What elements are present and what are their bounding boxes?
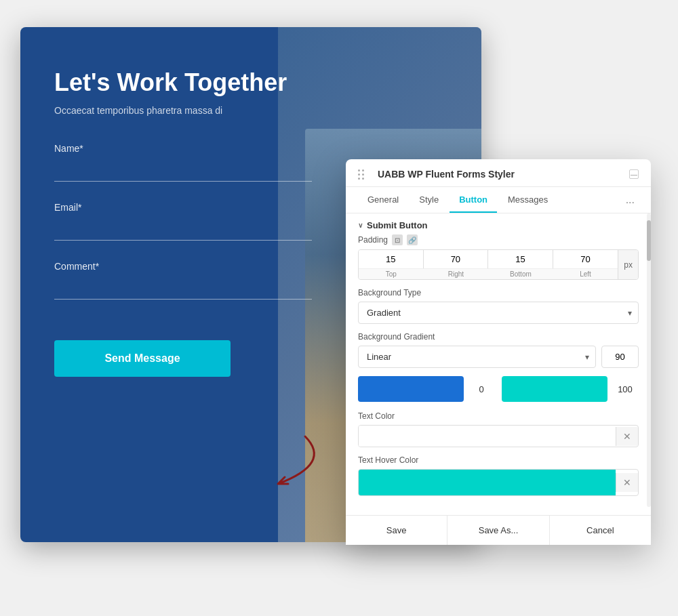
color-stop-1: 0 <box>358 376 495 402</box>
gradient-type-select[interactable]: Linear Radial <box>358 346 596 368</box>
tab-messages[interactable]: Messages <box>498 188 557 213</box>
panel-title: UABB WP Fluent Forms Styler <box>378 169 629 180</box>
panel-scrollbar[interactable] <box>647 213 651 507</box>
desktop-icon[interactable]: ⊡ <box>392 234 403 245</box>
form-subtitle: Occaecat temporibus pharetra massa di <box>54 105 447 116</box>
padding-right-group: Right <box>424 250 489 279</box>
save-as-button[interactable]: Save As... <box>447 516 549 545</box>
email-input[interactable] <box>54 218 312 241</box>
drag-dot <box>362 178 364 180</box>
color-stop-2-value: 100 <box>612 384 639 394</box>
minimize-icon: — <box>631 171 637 178</box>
padding-left-group: Left <box>553 250 618 279</box>
section-submit-button[interactable]: ∨ Submit Button <box>358 213 639 234</box>
padding-top-label: Top <box>359 268 424 279</box>
tab-general[interactable]: General <box>358 188 408 213</box>
padding-bottom-group: Bottom <box>488 250 553 279</box>
tab-style[interactable]: Style <box>410 188 448 213</box>
padding-unit: px <box>618 250 638 279</box>
background-type-select[interactable]: Gradient None Color <box>358 302 639 324</box>
panel-body: ∨ Submit Button Padding ⊡ 🔗 Top Right <box>346 213 651 515</box>
background-type-select-wrapper: Gradient None Color <box>358 302 639 324</box>
submit-button[interactable]: Send Message <box>54 340 231 377</box>
color-swatch-blue[interactable] <box>358 376 464 402</box>
panel-scrollbar-thumb <box>647 220 651 261</box>
section-chevron-icon: ∨ <box>358 222 363 229</box>
padding-bottom-input[interactable] <box>488 250 553 268</box>
name-input[interactable] <box>54 159 312 182</box>
padding-bottom-label: Bottom <box>488 268 553 279</box>
text-color-input-row: ✕ <box>358 425 639 447</box>
panel-header: UABB WP Fluent Forms Styler — <box>346 159 651 187</box>
background-gradient-label: Background Gradient <box>358 332 639 342</box>
tab-button[interactable]: Button <box>450 188 497 213</box>
gradient-row: Linear Radial <box>358 346 639 368</box>
arrow-decoration <box>251 430 353 497</box>
panel-tabs: General Style Button Messages ... <box>346 187 651 213</box>
drag-dot <box>358 178 360 180</box>
text-color-clear-button[interactable]: ✕ <box>616 427 638 446</box>
gradient-angle-input[interactable] <box>601 346 639 368</box>
color-swatch-cyan[interactable] <box>502 376 607 402</box>
link-icon[interactable]: 🔗 <box>407 234 418 245</box>
comment-input[interactable] <box>54 277 312 300</box>
text-hover-color-field: Text Hover Color ✕ <box>358 455 639 496</box>
section-title: Submit Button <box>367 220 428 230</box>
settings-panel: UABB WP Fluent Forms Styler — General St… <box>346 159 651 545</box>
padding-top-group: Top <box>359 250 424 279</box>
tab-more[interactable]: ... <box>622 187 639 213</box>
text-hover-color-label: Text Hover Color <box>358 455 639 465</box>
background-type-field: Background Type Gradient None Color <box>358 288 639 324</box>
padding-left-label: Left <box>553 268 618 279</box>
text-hover-color-input-row: ✕ <box>358 469 639 496</box>
drag-dot <box>362 173 364 176</box>
gradient-type-wrapper: Linear Radial <box>358 346 596 368</box>
color-stop-1-value: 0 <box>468 384 495 394</box>
padding-field: Padding ⊡ 🔗 Top Right Bottom <box>358 234 639 280</box>
text-color-input[interactable] <box>359 426 616 447</box>
padding-right-input[interactable] <box>424 250 489 268</box>
panel-footer: Save Save As... Cancel <box>346 515 651 545</box>
padding-top-input[interactable] <box>359 250 424 268</box>
drag-dot <box>362 169 364 171</box>
form-title: Let's Work Together <box>54 68 447 97</box>
cancel-button[interactable]: Cancel <box>549 516 651 545</box>
drag-dot <box>358 169 360 171</box>
color-stops-row: 0 100 <box>358 376 639 402</box>
text-hover-color-swatch[interactable] <box>359 470 616 495</box>
padding-right-label: Right <box>424 268 489 279</box>
text-color-field: Text Color ✕ <box>358 411 639 447</box>
background-gradient-field: Background Gradient Linear Radial <box>358 332 639 368</box>
background-type-label: Background Type <box>358 288 639 297</box>
minimize-button[interactable]: — <box>629 169 639 179</box>
text-hover-color-clear-button[interactable]: ✕ <box>616 473 638 492</box>
save-button[interactable]: Save <box>346 516 447 545</box>
padding-inputs: Top Right Bottom Left px <box>358 249 639 280</box>
name-label: Name* <box>54 143 447 154</box>
color-stop-2: 100 <box>502 376 639 402</box>
text-color-label: Text Color <box>358 411 639 421</box>
padding-left-input[interactable] <box>553 250 618 268</box>
drag-handle[interactable] <box>358 169 364 180</box>
drag-dot <box>358 173 360 176</box>
padding-label: Padding ⊡ 🔗 <box>358 234 639 245</box>
